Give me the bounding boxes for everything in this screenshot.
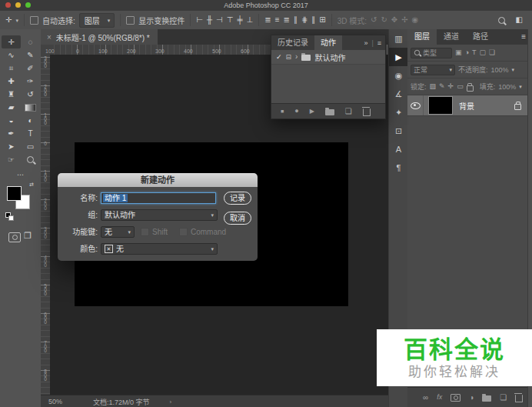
align-left-icon[interactable]: ⊢ (196, 16, 203, 24)
marquee-tool[interactable]: ◌ (21, 35, 40, 48)
color-dropdown[interactable]: ✕ 无 ▾ (101, 243, 218, 255)
lasso-tool[interactable]: ∿ (2, 48, 21, 62)
distribute-bottom-icon[interactable]: ≣ (284, 16, 290, 24)
cancel-button[interactable]: 取消 (224, 212, 251, 225)
eyedropper-tool[interactable]: ✐ (21, 62, 40, 75)
new-group-icon[interactable] (482, 395, 491, 402)
lock-all-icon[interactable] (467, 85, 474, 92)
align-right-icon[interactable]: ⊣ (216, 16, 223, 24)
tool-preset-section[interactable]: ✛ ▾ (0, 14, 25, 26)
workspace-switcher-icon[interactable]: ◧ (516, 16, 523, 24)
action-set-row[interactable]: ✓ ⊟ › 默认动作 (271, 50, 385, 65)
lock-pixels-icon[interactable]: ✎ (439, 83, 445, 90)
move-tool[interactable]: ✛ (2, 35, 21, 48)
filter-adjustment-layers-icon[interactable]: ◑ (465, 49, 469, 56)
action-name-input[interactable]: 动作 1 (101, 192, 216, 204)
show-transform-checkbox[interactable] (126, 16, 135, 25)
zoom-level-field[interactable]: 50% (48, 398, 62, 405)
expand-set-icon[interactable]: › (295, 53, 298, 61)
layer-visibility-toggle[interactable] (407, 95, 424, 115)
stop-icon[interactable]: ■ (281, 108, 284, 114)
crop-tool[interactable]: ⌗ (2, 62, 21, 75)
align-top-icon[interactable]: ⊤ (227, 16, 234, 24)
layers-panel-menu-icon[interactable]: ≡ (521, 33, 526, 41)
close-tab-icon[interactable]: × (47, 33, 52, 42)
screen-mode-button[interactable]: ❐ (24, 232, 32, 240)
search-icon[interactable] (498, 17, 505, 24)
dodge-tool[interactable]: ◐ (21, 114, 40, 127)
filter-type-layers-icon[interactable]: T (472, 49, 477, 56)
type-tool[interactable]: T (21, 127, 40, 140)
include-check-icon[interactable]: ✓ (276, 54, 282, 61)
properties-panel-icon[interactable]: ⊡ (389, 122, 408, 140)
blur-tool[interactable]: ◒ (2, 114, 21, 127)
history-brush-tool[interactable]: ↺ (21, 88, 40, 101)
auto-align-icon[interactable]: ⊞ (319, 16, 325, 24)
measurement-log-panel-icon[interactable]: ∡ (389, 85, 408, 103)
shape-tool[interactable]: ▭ (21, 140, 40, 153)
tab-channels[interactable]: 通道 (437, 29, 466, 45)
filter-shape-layers-icon[interactable]: ▢ (479, 49, 486, 56)
layer-name[interactable]: 背景 (459, 100, 474, 112)
brush-tool[interactable]: ✑ (21, 75, 40, 88)
default-colors-icon[interactable] (5, 212, 11, 218)
styles-panel-icon[interactable]: ✦ (389, 103, 408, 122)
filter-smart-objects-icon[interactable]: ❏ (489, 49, 495, 56)
character-panel-icon[interactable]: A (389, 140, 408, 158)
command-checkbox[interactable] (179, 228, 188, 236)
tab-layers[interactable]: 图层 (407, 29, 437, 45)
new-layer-icon[interactable]: ❏ (500, 394, 507, 402)
modal-dialog-toggle-icon[interactable]: ⊟ (286, 54, 292, 61)
hand-tool[interactable]: ☞ (2, 153, 21, 166)
layer-filter-dropdown[interactable]: 类型 (411, 48, 452, 58)
shift-checkbox[interactable] (141, 228, 149, 236)
layer-row-background[interactable]: 背景 (407, 95, 532, 116)
pen-tool[interactable]: ✒ (2, 127, 21, 140)
edit-toolbar-button[interactable]: ⋯ (0, 171, 41, 178)
blend-mode-dropdown[interactable]: 正常 ▾ (411, 65, 455, 75)
delete-layer-icon[interactable] (515, 395, 523, 402)
tab-actions[interactable]: 动作 (314, 35, 342, 50)
tab-paths[interactable]: 路径 (466, 29, 495, 45)
path-selection-tool[interactable]: ➤ (2, 140, 21, 153)
align-center-h-icon[interactable]: ╫ (207, 16, 212, 24)
actions-panel-menu-icon[interactable]: ≡ (377, 39, 381, 47)
auto-select-dropdown[interactable]: 图层 ▾ (79, 13, 115, 28)
eraser-tool[interactable]: ▰ (2, 101, 21, 114)
tab-history[interactable]: 历史记录 (271, 35, 314, 50)
auto-select-checkbox[interactable] (30, 16, 38, 25)
link-layers-icon[interactable]: ∞ (423, 394, 428, 402)
paragraph-panel-icon[interactable]: ¶ (389, 158, 408, 177)
add-mask-icon[interactable] (451, 394, 461, 402)
distribute-middle-icon[interactable]: ≡ (275, 16, 280, 24)
collapse-panel-icon[interactable]: » (364, 39, 367, 47)
new-set-icon[interactable] (325, 109, 334, 115)
record-icon[interactable]: ● (294, 108, 298, 115)
function-key-dropdown[interactable]: 无 ▾ (101, 226, 135, 238)
record-button[interactable]: 记录 (224, 192, 251, 205)
quick-selection-tool[interactable]: ✎ (21, 48, 40, 62)
gradient-tool[interactable] (21, 101, 40, 114)
action-set-dropdown[interactable]: 默认动作 ▾ (101, 209, 218, 221)
opacity-value[interactable]: 100% (491, 66, 509, 74)
filter-pixel-layers-icon[interactable]: ▣ (455, 49, 462, 56)
play-icon[interactable]: ▶ (310, 108, 314, 115)
adjustment-layer-icon[interactable]: ◑ (469, 394, 474, 402)
zoom-tool[interactable] (21, 153, 40, 166)
clone-source-panel-icon[interactable]: ◉ (389, 66, 408, 85)
align-bottom-icon[interactable]: ⊥ (247, 16, 254, 24)
healing-brush-tool[interactable]: ✚ (2, 75, 21, 88)
new-action-icon[interactable]: ❏ (345, 108, 352, 115)
lock-transparency-icon[interactable]: ▨ (430, 83, 437, 90)
distribute-top-icon[interactable]: ≣ (264, 16, 271, 24)
distribute-left-icon[interactable]: ∥ (294, 16, 298, 24)
status-options-icon[interactable]: › (170, 399, 172, 405)
delete-action-icon[interactable] (363, 108, 371, 116)
distribute-center-icon[interactable]: ⋕ (301, 16, 308, 24)
adjustments-panel-icon[interactable]: ▥ (389, 29, 408, 48)
document-tab[interactable]: × 未标题-1 @ 50%(RGB/8*) * (41, 29, 158, 45)
layer-style-icon[interactable]: fx (437, 394, 442, 401)
lock-artboard-icon[interactable]: ▭ (457, 83, 464, 90)
foreground-color-swatch[interactable] (7, 186, 22, 201)
fill-value[interactable]: 100% (498, 83, 516, 91)
